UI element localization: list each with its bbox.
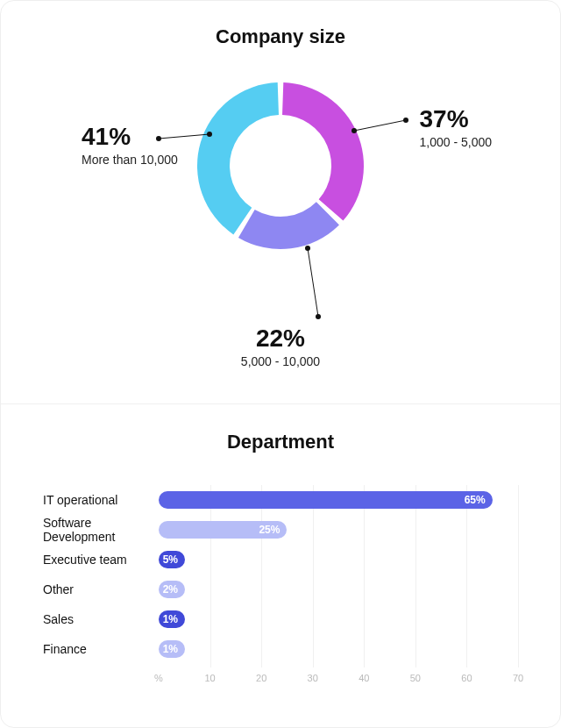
bar-category-label: Other xyxy=(43,575,159,604)
bar-category-label: Executive team xyxy=(43,545,159,575)
bar: 1% xyxy=(159,640,185,658)
bar-plot-area: %10203040506070 65%25%5%2%1%1% xyxy=(159,485,518,664)
department-bar-chart: IT operationalSoftware DevelopmentExecut… xyxy=(43,485,518,664)
svg-line-7 xyxy=(308,248,318,317)
gridline xyxy=(313,485,314,667)
company-size-title: Company size xyxy=(1,25,560,48)
donut-bottom-sub: 5,000 - 10,000 xyxy=(241,354,320,368)
donut-label-bottom: 22% 5,000 - 10,000 xyxy=(241,325,320,368)
donut-left-pct: 41% xyxy=(82,124,178,151)
donut-slice xyxy=(282,82,364,221)
bar-category-label: Software Development xyxy=(43,515,159,545)
donut-left-sub: More than 10,000 xyxy=(82,153,178,167)
x-tick: 50 xyxy=(410,673,421,683)
x-tick: 70 xyxy=(513,673,523,683)
gridline xyxy=(518,485,519,667)
gridline xyxy=(261,485,262,667)
x-tick: 10 xyxy=(204,673,215,683)
donut-right-sub: 1,000 - 5,000 xyxy=(419,135,492,149)
dashboard-card: Company size 41% More than 10,000 37% 1,… xyxy=(0,0,561,728)
bar: 65% xyxy=(159,491,493,509)
bar-category-label: Sales xyxy=(43,604,159,634)
company-size-donut xyxy=(193,78,368,253)
x-tick: % xyxy=(154,673,163,683)
gridline xyxy=(466,485,467,667)
bar: 25% xyxy=(159,521,287,539)
department-section: Department IT operationalSoftware Develo… xyxy=(1,404,560,682)
x-tick: 60 xyxy=(461,673,472,683)
company-size-section: Company size 41% More than 10,000 37% 1,… xyxy=(1,1,560,404)
bar: 1% xyxy=(159,610,185,628)
gridline xyxy=(364,485,365,667)
x-tick: 40 xyxy=(359,673,369,683)
donut-label-right: 37% 1,000 - 5,000 xyxy=(419,106,492,149)
donut-label-left: 41% More than 10,000 xyxy=(82,124,178,167)
svg-point-8 xyxy=(316,314,321,319)
x-tick: 20 xyxy=(256,673,266,683)
gridline xyxy=(210,485,211,667)
bar-category-label: Finance xyxy=(43,634,159,664)
donut-slice xyxy=(197,82,279,234)
donut-bottom-pct: 22% xyxy=(241,325,320,353)
bar-x-axis: %10203040506070 xyxy=(159,673,518,687)
donut-right-pct: 37% xyxy=(419,106,492,133)
department-title: Department xyxy=(43,431,518,453)
svg-point-2 xyxy=(403,118,408,123)
gridline xyxy=(415,485,416,667)
bar-category-labels: IT operationalSoftware DevelopmentExecut… xyxy=(43,485,159,664)
x-tick: 30 xyxy=(308,673,318,683)
donut-slice xyxy=(238,202,339,249)
bar: 2% xyxy=(159,581,185,598)
bar-category-label: IT operational xyxy=(43,485,159,515)
bar: 5% xyxy=(159,551,185,568)
